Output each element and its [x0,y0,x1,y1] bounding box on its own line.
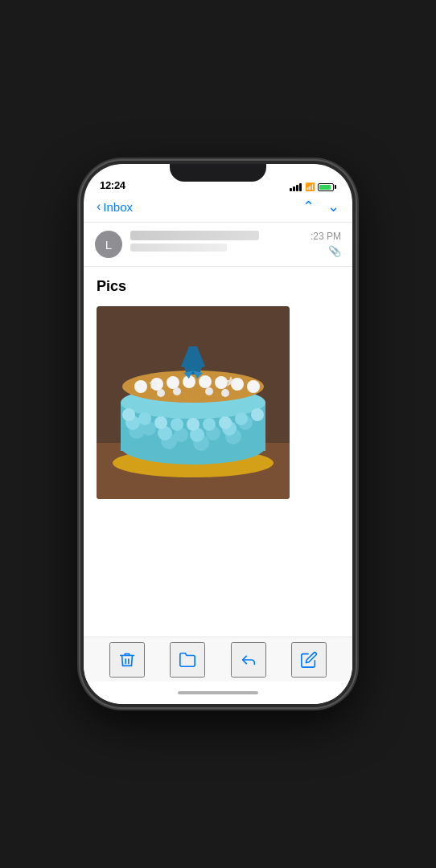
home-bar [178,691,258,694]
svg-point-25 [171,418,183,431]
sender-info [130,231,302,252]
compose-button[interactable] [291,642,327,678]
next-email-button[interactable]: ⌄ [327,198,339,215]
status-icons: 📶 [290,182,336,191]
svg-point-40 [157,389,165,397]
bottom-toolbar [84,637,352,682]
reply-button[interactable] [231,642,266,678]
svg-point-32 [134,380,147,393]
svg-point-29 [235,412,248,425]
email-image[interactable] [97,306,290,499]
sender-email [130,244,227,252]
sender-row: L :23 PM 📎 [84,223,352,267]
sender-meta: :23 PM 📎 [311,231,341,257]
previous-email-button[interactable]: ⌃ [302,198,315,215]
email-body[interactable]: Pics [84,267,352,637]
cake-image [97,306,290,499]
email-time: :23 PM [311,231,341,242]
status-time: 12:24 [100,179,125,191]
svg-point-41 [173,387,181,395]
email-subject: Pics [97,278,339,295]
nav-arrows: ⌃ ⌄ [302,198,339,215]
svg-point-24 [154,416,167,429]
attachment-icon: 📎 [328,245,341,257]
sender-name [130,231,259,240]
svg-point-34 [167,376,179,389]
svg-point-23 [138,412,151,425]
svg-point-27 [203,418,216,431]
svg-point-37 [215,376,228,389]
back-chevron-icon: ‹ [97,199,101,214]
wifi-icon: 📶 [305,182,315,191]
notch [170,164,266,182]
svg-point-43 [221,389,229,397]
svg-point-30 [251,408,264,421]
screen: 12:24 📶 [84,164,352,704]
battery-icon [318,183,336,191]
trash-button[interactable] [109,642,145,678]
phone-inner: 12:24 📶 [84,164,352,704]
mail-nav: ‹ Inbox ⌃ ⌄ [84,194,352,223]
folder-button[interactable] [170,642,205,678]
signal-icon [290,183,302,191]
back-button[interactable]: ‹ Inbox [97,199,133,214]
svg-point-22 [122,408,135,421]
phone-frame: 12:24 📶 [80,161,356,707]
avatar: L [95,231,122,258]
back-label: Inbox [103,200,133,214]
svg-point-28 [219,416,232,429]
svg-point-26 [187,418,199,431]
svg-point-42 [205,387,213,395]
svg-point-36 [199,375,212,388]
svg-point-39 [247,380,260,393]
home-indicator [84,682,352,704]
